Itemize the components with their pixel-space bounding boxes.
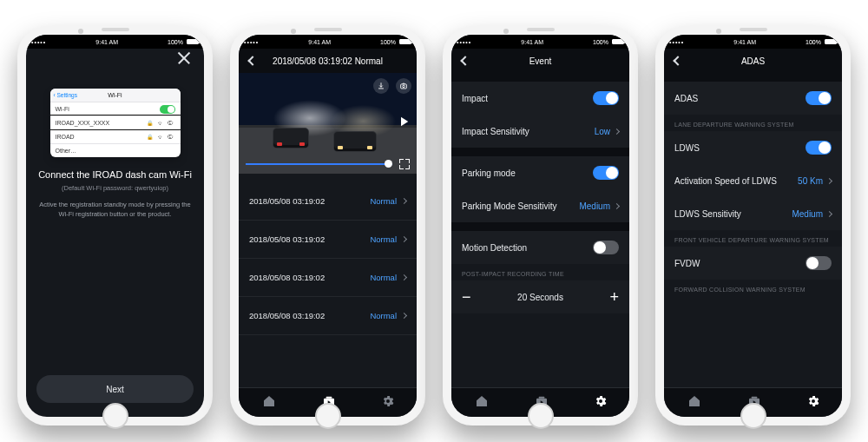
setting-label: FVDW <box>674 259 700 268</box>
chevron-right-icon <box>826 210 832 216</box>
next-button-label: Next <box>106 385 124 394</box>
toggle-motion-detection[interactable] <box>593 241 619 254</box>
stepper-minus[interactable]: − <box>462 288 471 307</box>
status-bar: ••••• 9:41 AM 100% <box>664 35 842 49</box>
back-button[interactable] <box>669 52 687 69</box>
back-button[interactable] <box>457 52 474 69</box>
recordings-list: 2018/05/08 03:19:02 Normal 2018/05/08 03… <box>239 174 417 387</box>
chevron-right-icon <box>614 128 620 134</box>
svg-point-1 <box>403 85 405 88</box>
close-icon[interactable] <box>176 50 192 66</box>
setting-label: Parking Mode Sensitivity <box>462 201 557 211</box>
chevron-right-icon <box>826 177 832 183</box>
fullscreen-icon[interactable] <box>399 159 410 169</box>
phone-adas-settings: ••••• 9:41 AM 100% ADAS ADAS LANE DEPART… <box>655 26 851 426</box>
signal-icon: ••••• <box>669 39 684 45</box>
mini-title: Wi-Fi <box>108 92 122 98</box>
stepper-value: 20 Seconds <box>517 293 563 302</box>
svg-rect-0 <box>401 84 407 89</box>
onboarding-description: Active the registration standby mode by … <box>38 201 192 219</box>
toggle-fvdw[interactable] <box>806 256 832 270</box>
setting-fvdw[interactable]: FVDW <box>664 247 842 280</box>
toggle-impact[interactable] <box>593 91 619 105</box>
status-time: 9:41 AM <box>521 39 543 45</box>
tab-home[interactable] <box>261 394 277 412</box>
nav-bar: 2018/05/08 03:19:02 Normal <box>239 49 417 73</box>
section-fvdw: FRONT VEHICLE DEPARTURE WARNING SYSTEM <box>664 230 842 247</box>
signal-icon: ••••• <box>244 39 259 45</box>
setting-impact-sensitivity[interactable]: Impact Sensitivity Low <box>451 115 629 148</box>
lock-wifi-info-icon: 🔒 ᯤ ⓘ <box>147 134 174 140</box>
setting-label: LDWS Sensitivity <box>674 209 741 219</box>
setting-label: Parking mode <box>462 168 516 178</box>
setting-label: LDWS <box>674 143 700 153</box>
recording-row[interactable]: 2018/05/08 03:19:02 Normal <box>239 259 417 297</box>
tab-settings[interactable] <box>806 394 820 412</box>
switch-camera-icon[interactable] <box>396 78 411 94</box>
home-button[interactable] <box>102 403 128 429</box>
recording-tag: Normal <box>370 196 397 206</box>
setting-label: ADAS <box>674 94 698 103</box>
play-icon[interactable] <box>396 114 411 133</box>
chevron-right-icon <box>401 274 407 280</box>
toggle-ldws[interactable] <box>806 141 832 155</box>
recording-tag: Normal <box>370 311 397 320</box>
recording-tag: Normal <box>370 234 397 244</box>
tab-settings[interactable] <box>594 394 608 412</box>
stepper-plus[interactable]: + <box>609 288 619 307</box>
home-button[interactable] <box>315 403 341 429</box>
back-button[interactable] <box>244 52 261 69</box>
settings-list: Impact Impact Sensitivity Low Parking mo… <box>451 73 629 387</box>
vehicle-graphic <box>273 129 308 148</box>
svg-rect-5 <box>538 396 544 398</box>
scrubber-handle[interactable] <box>385 160 392 168</box>
setting-parking-mode[interactable]: Parking mode <box>451 156 629 189</box>
setting-ldws[interactable]: LDWS <box>664 131 842 164</box>
download-icon[interactable] <box>373 78 389 94</box>
setting-label: Impact <box>462 94 488 103</box>
setting-adas[interactable]: ADAS <box>664 82 842 115</box>
status-bar: ••••• 9:41 AM 100% <box>239 35 417 49</box>
nav-title: Event <box>529 56 552 66</box>
chevron-right-icon <box>614 202 620 208</box>
chevron-left-icon <box>673 56 682 65</box>
battery-icon <box>187 39 199 44</box>
recording-row[interactable]: 2018/05/08 03:19:02 Normal <box>239 297 417 335</box>
setting-ldws-sensitivity[interactable]: LDWS Sensitivity Medium <box>664 197 842 230</box>
setting-motion-detection[interactable]: Motion Detection <box>451 231 629 264</box>
tab-home[interactable] <box>474 394 490 412</box>
recording-row[interactable]: 2018/05/08 03:19:02 Normal <box>239 182 417 221</box>
post-impact-stepper: − 20 Seconds + <box>451 280 629 313</box>
home-button[interactable] <box>528 403 554 429</box>
setting-label: Motion Detection <box>462 243 527 253</box>
mini-other-label: Other… <box>56 148 77 154</box>
home-button[interactable] <box>740 403 766 429</box>
setting-ldws-speed[interactable]: Activation Speed of LDWS 50 Km <box>664 164 842 197</box>
setting-value: Medium <box>579 201 610 211</box>
onboarding-title: Connect the IROAD dash cam Wi-Fi <box>38 169 192 180</box>
toggle-adas[interactable] <box>806 91 832 105</box>
toggle-parking-mode[interactable] <box>593 166 619 180</box>
setting-label: Impact Sensitivity <box>462 127 529 136</box>
vehicle-graphic <box>334 132 376 151</box>
svg-rect-7 <box>751 396 757 398</box>
signal-icon: ••••• <box>457 39 471 45</box>
recording-row[interactable]: 2018/05/08 03:19:02 Normal <box>239 221 417 259</box>
wifi-settings-illustration: ‹ Settings Wi-Fi Wi-Fi IROAD_XXX_XXXX 🔒 … <box>50 89 181 157</box>
chevron-left-icon <box>460 56 470 65</box>
tab-home[interactable] <box>687 394 702 412</box>
next-button[interactable]: Next <box>36 375 194 403</box>
setting-impact[interactable]: Impact <box>451 82 629 115</box>
chevron-right-icon <box>401 236 407 242</box>
recording-timestamp: 2018/05/08 03:19:02 <box>249 273 325 282</box>
scrubber[interactable] <box>246 160 410 168</box>
device-lineup: ••••• 9:41 AM 100% ‹ Settings Wi-Fi Wi-F… <box>0 0 868 426</box>
video-player[interactable] <box>239 73 417 174</box>
battery-icon <box>825 39 837 44</box>
onboarding-subtitle: (Default Wi-Fi password: qwertyuiop) <box>38 184 192 192</box>
setting-parking-sensitivity[interactable]: Parking Mode Sensitivity Medium <box>451 189 629 222</box>
chevron-left-icon <box>247 56 257 65</box>
tab-settings[interactable] <box>381 394 395 412</box>
section-ldws: LANE DEPARTURE WARNING SYSTEM <box>664 115 842 131</box>
settings-list: ADAS LANE DEPARTURE WARNING SYSTEM LDWS … <box>664 73 842 387</box>
